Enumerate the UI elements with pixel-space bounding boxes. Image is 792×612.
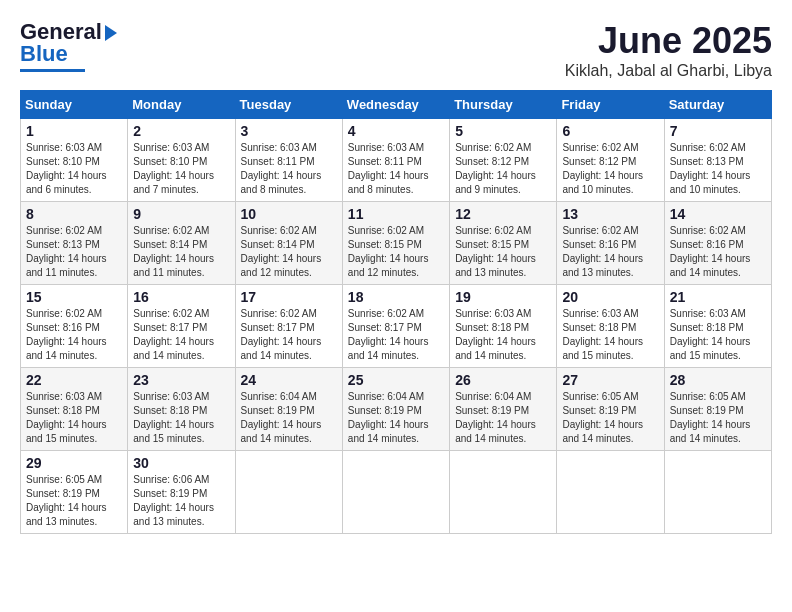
calendar-cell: 5Sunrise: 6:02 AM Sunset: 8:12 PM Daylig… [450,119,557,202]
day-number: 22 [26,372,122,388]
day-number: 8 [26,206,122,222]
calendar-cell: 29Sunrise: 6:05 AM Sunset: 8:19 PM Dayli… [21,451,128,534]
calendar-week-4: 22Sunrise: 6:03 AM Sunset: 8:18 PM Dayli… [21,368,772,451]
calendar-cell: 1Sunrise: 6:03 AM Sunset: 8:10 PM Daylig… [21,119,128,202]
day-number: 21 [670,289,766,305]
calendar-week-3: 15Sunrise: 6:02 AM Sunset: 8:16 PM Dayli… [21,285,772,368]
calendar-cell [342,451,449,534]
day-info: Sunrise: 6:02 AM Sunset: 8:13 PM Dayligh… [670,141,766,197]
calendar-cell: 24Sunrise: 6:04 AM Sunset: 8:19 PM Dayli… [235,368,342,451]
day-number: 25 [348,372,444,388]
day-number: 29 [26,455,122,471]
page-header: General Blue June 2025 Kiklah, Jabal al … [20,20,772,80]
header-friday: Friday [557,91,664,119]
calendar-cell: 11Sunrise: 6:02 AM Sunset: 8:15 PM Dayli… [342,202,449,285]
calendar-subtitle: Kiklah, Jabal al Gharbi, Libya [565,62,772,80]
calendar-cell [235,451,342,534]
day-number: 4 [348,123,444,139]
calendar-cell: 6Sunrise: 6:02 AM Sunset: 8:12 PM Daylig… [557,119,664,202]
header-wednesday: Wednesday [342,91,449,119]
day-info: Sunrise: 6:02 AM Sunset: 8:16 PM Dayligh… [670,224,766,280]
calendar-cell: 21Sunrise: 6:03 AM Sunset: 8:18 PM Dayli… [664,285,771,368]
calendar-week-5: 29Sunrise: 6:05 AM Sunset: 8:19 PM Dayli… [21,451,772,534]
day-info: Sunrise: 6:05 AM Sunset: 8:19 PM Dayligh… [26,473,122,529]
calendar-week-1: 1Sunrise: 6:03 AM Sunset: 8:10 PM Daylig… [21,119,772,202]
day-info: Sunrise: 6:04 AM Sunset: 8:19 PM Dayligh… [348,390,444,446]
calendar-cell: 17Sunrise: 6:02 AM Sunset: 8:17 PM Dayli… [235,285,342,368]
calendar-cell: 9Sunrise: 6:02 AM Sunset: 8:14 PM Daylig… [128,202,235,285]
logo: General Blue [20,20,117,72]
day-number: 24 [241,372,337,388]
calendar-cell: 10Sunrise: 6:02 AM Sunset: 8:14 PM Dayli… [235,202,342,285]
calendar-cell: 18Sunrise: 6:02 AM Sunset: 8:17 PM Dayli… [342,285,449,368]
calendar-cell: 20Sunrise: 6:03 AM Sunset: 8:18 PM Dayli… [557,285,664,368]
calendar-cell: 13Sunrise: 6:02 AM Sunset: 8:16 PM Dayli… [557,202,664,285]
day-info: Sunrise: 6:02 AM Sunset: 8:17 PM Dayligh… [133,307,229,363]
calendar-cell: 23Sunrise: 6:03 AM Sunset: 8:18 PM Dayli… [128,368,235,451]
day-info: Sunrise: 6:03 AM Sunset: 8:18 PM Dayligh… [455,307,551,363]
day-number: 6 [562,123,658,139]
logo-arrow-icon [105,25,117,41]
calendar-header-row: Sunday Monday Tuesday Wednesday Thursday… [21,91,772,119]
day-info: Sunrise: 6:02 AM Sunset: 8:16 PM Dayligh… [562,224,658,280]
logo-underline [20,69,85,72]
calendar-title: June 2025 [565,20,772,62]
day-number: 7 [670,123,766,139]
calendar-cell: 19Sunrise: 6:03 AM Sunset: 8:18 PM Dayli… [450,285,557,368]
calendar-cell [664,451,771,534]
calendar-cell: 25Sunrise: 6:04 AM Sunset: 8:19 PM Dayli… [342,368,449,451]
day-number: 9 [133,206,229,222]
day-number: 20 [562,289,658,305]
day-info: Sunrise: 6:03 AM Sunset: 8:18 PM Dayligh… [562,307,658,363]
calendar-table: Sunday Monday Tuesday Wednesday Thursday… [20,90,772,534]
day-number: 3 [241,123,337,139]
day-info: Sunrise: 6:03 AM Sunset: 8:10 PM Dayligh… [133,141,229,197]
calendar-cell: 2Sunrise: 6:03 AM Sunset: 8:10 PM Daylig… [128,119,235,202]
calendar-cell [557,451,664,534]
day-number: 23 [133,372,229,388]
day-info: Sunrise: 6:06 AM Sunset: 8:19 PM Dayligh… [133,473,229,529]
day-info: Sunrise: 6:03 AM Sunset: 8:18 PM Dayligh… [133,390,229,446]
day-info: Sunrise: 6:02 AM Sunset: 8:12 PM Dayligh… [562,141,658,197]
calendar-cell: 8Sunrise: 6:02 AM Sunset: 8:13 PM Daylig… [21,202,128,285]
calendar-cell: 12Sunrise: 6:02 AM Sunset: 8:15 PM Dayli… [450,202,557,285]
day-number: 30 [133,455,229,471]
day-number: 17 [241,289,337,305]
calendar-cell [450,451,557,534]
calendar-cell: 15Sunrise: 6:02 AM Sunset: 8:16 PM Dayli… [21,285,128,368]
day-info: Sunrise: 6:05 AM Sunset: 8:19 PM Dayligh… [562,390,658,446]
day-info: Sunrise: 6:03 AM Sunset: 8:10 PM Dayligh… [26,141,122,197]
day-info: Sunrise: 6:02 AM Sunset: 8:16 PM Dayligh… [26,307,122,363]
day-info: Sunrise: 6:02 AM Sunset: 8:14 PM Dayligh… [241,224,337,280]
calendar-cell: 4Sunrise: 6:03 AM Sunset: 8:11 PM Daylig… [342,119,449,202]
calendar-cell: 27Sunrise: 6:05 AM Sunset: 8:19 PM Dayli… [557,368,664,451]
calendar-cell: 30Sunrise: 6:06 AM Sunset: 8:19 PM Dayli… [128,451,235,534]
day-info: Sunrise: 6:03 AM Sunset: 8:18 PM Dayligh… [670,307,766,363]
day-number: 2 [133,123,229,139]
header-sunday: Sunday [21,91,128,119]
day-number: 11 [348,206,444,222]
calendar-cell: 3Sunrise: 6:03 AM Sunset: 8:11 PM Daylig… [235,119,342,202]
day-info: Sunrise: 6:02 AM Sunset: 8:12 PM Dayligh… [455,141,551,197]
day-info: Sunrise: 6:03 AM Sunset: 8:18 PM Dayligh… [26,390,122,446]
day-info: Sunrise: 6:03 AM Sunset: 8:11 PM Dayligh… [348,141,444,197]
calendar-cell: 26Sunrise: 6:04 AM Sunset: 8:19 PM Dayli… [450,368,557,451]
day-info: Sunrise: 6:03 AM Sunset: 8:11 PM Dayligh… [241,141,337,197]
title-section: June 2025 Kiklah, Jabal al Gharbi, Libya [565,20,772,80]
day-number: 1 [26,123,122,139]
day-info: Sunrise: 6:05 AM Sunset: 8:19 PM Dayligh… [670,390,766,446]
day-number: 19 [455,289,551,305]
day-info: Sunrise: 6:02 AM Sunset: 8:14 PM Dayligh… [133,224,229,280]
day-number: 10 [241,206,337,222]
calendar-cell: 22Sunrise: 6:03 AM Sunset: 8:18 PM Dayli… [21,368,128,451]
header-saturday: Saturday [664,91,771,119]
logo-blue: Blue [20,42,68,66]
day-number: 15 [26,289,122,305]
day-number: 27 [562,372,658,388]
day-number: 16 [133,289,229,305]
day-info: Sunrise: 6:02 AM Sunset: 8:15 PM Dayligh… [455,224,551,280]
day-info: Sunrise: 6:02 AM Sunset: 8:15 PM Dayligh… [348,224,444,280]
day-number: 26 [455,372,551,388]
day-number: 5 [455,123,551,139]
day-number: 14 [670,206,766,222]
